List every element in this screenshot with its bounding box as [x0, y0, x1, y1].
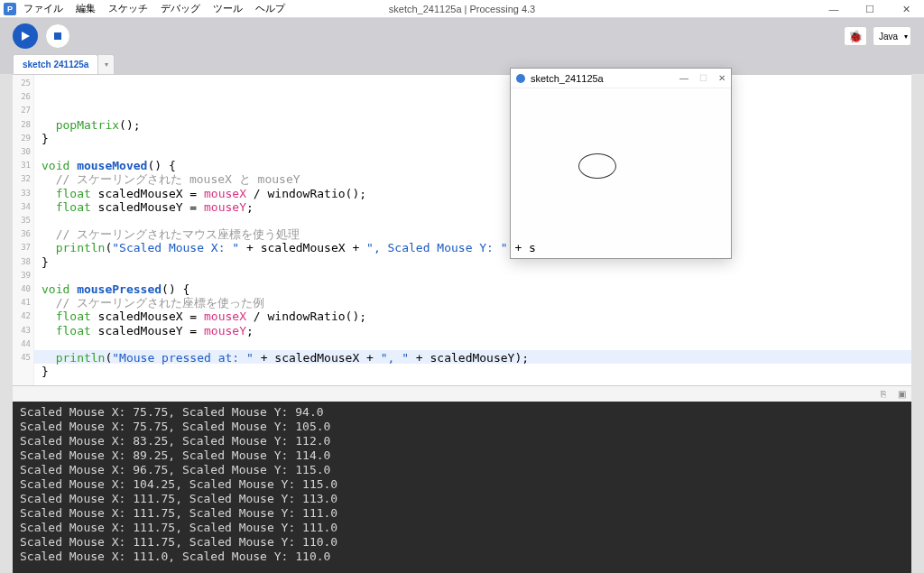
collapse-icon[interactable]: ▣ [895, 388, 908, 401]
minimize-button[interactable]: — [816, 0, 852, 18]
sketch-maximize[interactable]: ☐ [699, 73, 707, 83]
stop-icon [53, 32, 62, 41]
sketch-titlebar[interactable]: sketch_241125a — ☐ ✕ [511, 69, 731, 88]
editor: 25 26 27 28 29 30 31 32 33 34 35 36 37 3… [13, 74, 911, 385]
copy-icon[interactable]: ⎘ [877, 388, 890, 401]
tab-active[interactable]: sketch 241125a [13, 54, 98, 74]
window-title: sketch_241125a | Processing 4.3 [389, 4, 535, 14]
menu-tools[interactable]: ツール [213, 2, 243, 15]
app-icon: P [4, 3, 16, 15]
sketch-close[interactable]: ✕ [718, 73, 725, 83]
code-area[interactable]: popMatrix();} void mouseMoved() { // スケー… [34, 75, 911, 385]
menu-help[interactable]: ヘルプ [255, 2, 285, 15]
stop-button[interactable] [45, 23, 70, 49]
menu-file[interactable]: ファイル [23, 2, 63, 15]
maximize-button[interactable]: ☐ [852, 0, 888, 18]
tab-dropdown[interactable]: ▾ [98, 54, 115, 74]
mode-selector[interactable]: Java [873, 26, 911, 46]
titlebar: P ファイル 編集 スケッチ デバッグ ツール ヘルプ sketch_24112… [0, 0, 924, 18]
menu-sketch[interactable]: スケッチ [108, 2, 148, 15]
run-button[interactable] [13, 23, 38, 49]
sketch-title: sketch_241125a [531, 73, 604, 84]
debug-button[interactable]: 🐞 [844, 26, 867, 46]
svg-marker-0 [22, 32, 30, 41]
toolbar: 🐞 Java [0, 18, 924, 54]
console[interactable]: Scaled Mouse X: 75.75, Scaled Mouse Y: 9… [13, 402, 911, 573]
bug-icon: 🐞 [848, 30, 863, 43]
tab-bar: sketch 241125a ▾ [0, 54, 924, 74]
menu-debug[interactable]: デバッグ [161, 2, 200, 15]
gutter: 25 26 27 28 29 30 31 32 33 34 35 36 37 3… [13, 75, 34, 385]
sketch-minimize[interactable]: — [679, 73, 688, 83]
console-toolbar: ⎘ ▣ [13, 385, 911, 402]
mode-label: Java [879, 32, 898, 42]
sketch-app-icon [516, 74, 525, 83]
menu-edit[interactable]: 編集 [76, 2, 96, 15]
play-icon [20, 31, 31, 42]
svg-rect-1 [54, 32, 61, 40]
close-button[interactable]: ✕ [888, 0, 924, 18]
menubar: ファイル 編集 スケッチ デバッグ ツール ヘルプ [23, 2, 285, 15]
window-controls: — ☐ ✕ [816, 0, 924, 18]
